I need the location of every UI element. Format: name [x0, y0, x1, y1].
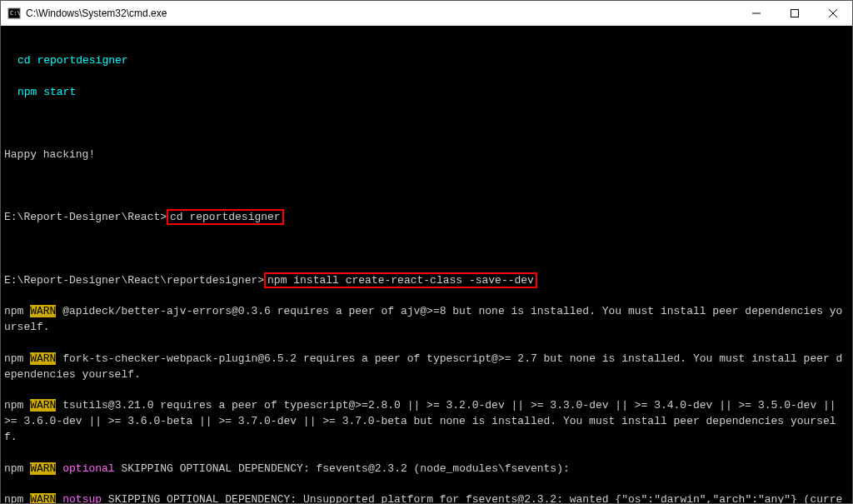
- terminal-line: SKIPPING OPTIONAL DEPENDENCY: Unsupporte…: [4, 493, 842, 503]
- optional-label: optional: [62, 462, 114, 475]
- window-controls: [737, 1, 852, 26]
- warn-badge: WARN: [30, 399, 56, 412]
- npm-label: npm: [4, 305, 23, 317]
- npm-label: npm: [4, 352, 23, 365]
- prompt: E:\Report-Designer\React>: [4, 211, 167, 223]
- notsup-label: notsup: [62, 493, 102, 503]
- close-button[interactable]: [814, 1, 852, 26]
- terminal-line: tsutils@3.21.0 requires a peer of typesc…: [4, 399, 842, 443]
- warn-badge: WARN: [30, 493, 56, 503]
- npm-label: npm: [4, 462, 23, 475]
- terminal-line: Happy hacking!: [4, 148, 95, 161]
- cmd-icon: C:\: [7, 7, 21, 20]
- cmd-window: C:\ C:\Windows\System32\cmd.exe cd repor…: [0, 0, 853, 504]
- terminal-area[interactable]: cd reportdesigner npm start Happy hackin…: [1, 26, 852, 503]
- warn-badge: WARN: [30, 352, 56, 365]
- highlighted-command: npm install create-react-class -save--de…: [264, 272, 537, 288]
- window-title: C:\Windows\System32\cmd.exe: [26, 7, 737, 19]
- svg-rect-3: [791, 9, 799, 17]
- titlebar: C:\ C:\Windows\System32\cmd.exe: [1, 1, 852, 26]
- terminal-line: SKIPPING OPTIONAL DEPENDENCY: fsevents@2…: [115, 462, 570, 475]
- warn-badge: WARN: [30, 462, 56, 475]
- minimize-button[interactable]: [737, 1, 776, 26]
- terminal-line: cd reportdesigner: [17, 54, 128, 67]
- svg-text:C:\: C:\: [10, 10, 21, 17]
- npm-label: npm: [4, 399, 23, 412]
- terminal-line: npm start: [17, 86, 76, 98]
- prompt: E:\Report-Designer\React\reportdesigner>: [4, 274, 264, 287]
- terminal-line: @apideck/better-ajv-errors@0.3.6 require…: [4, 305, 842, 333]
- warn-badge: WARN: [30, 305, 56, 317]
- npm-label: npm: [4, 493, 23, 503]
- terminal-line: fork-ts-checker-webpack-plugin@6.5.2 req…: [4, 352, 842, 381]
- maximize-button[interactable]: [776, 1, 814, 26]
- highlighted-command: cd reportdesigner: [167, 209, 284, 225]
